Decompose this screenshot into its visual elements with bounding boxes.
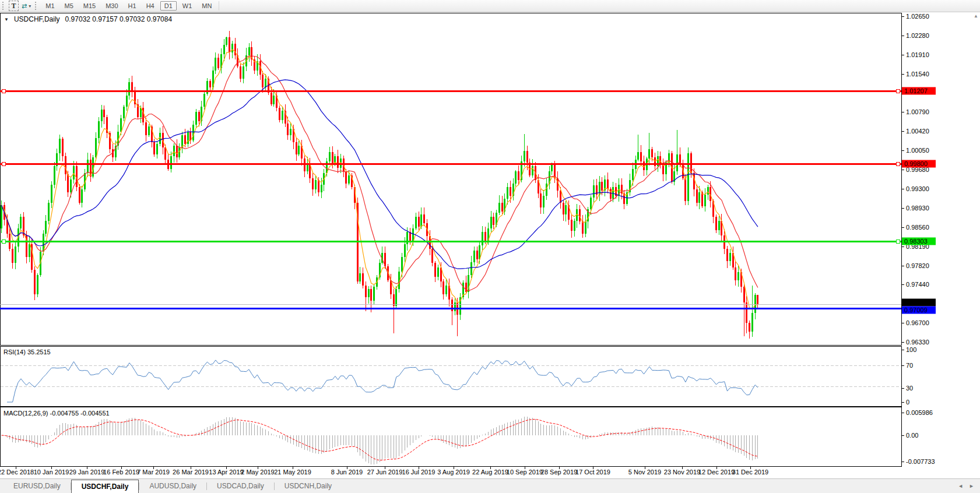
candle-up [223, 45, 225, 54]
candle-up [420, 214, 422, 227]
tab-usdcad-daily[interactable]: USDCAD,Daily [207, 480, 274, 493]
chart-symbol-period: USDCHF,Daily [14, 15, 60, 23]
candle-up [395, 289, 397, 306]
candle-down [271, 93, 272, 104]
horizontal-lines[interactable] [0, 90, 901, 309]
tab-usdchf-daily[interactable]: USDCHF,Daily [71, 480, 139, 493]
tab-scroll-right-icon[interactable]: ► [969, 483, 974, 489]
candle-down [176, 146, 178, 157]
candle-up [273, 96, 275, 104]
timeframe-button-d1[interactable]: D1 [160, 1, 177, 10]
collapse-triangle-icon[interactable]: ▼ [4, 17, 9, 22]
candle-down [304, 159, 305, 171]
candle-down [296, 142, 297, 154]
candle-down [234, 44, 236, 55]
candle-down [370, 289, 372, 301]
timeframe-button-m1[interactable]: M1 [41, 1, 58, 10]
chart-tabs: EURUSD,DailyUSDCHF,DailyAUDUSD,DailyUSDC… [3, 479, 342, 493]
candle-down [418, 217, 420, 227]
candle-up [648, 149, 650, 159]
candle-up [45, 221, 47, 234]
candle-up [243, 66, 244, 78]
candle-down [582, 221, 584, 233]
scroll-up-icon[interactable]: ▲ [974, 13, 978, 19]
candle-down [337, 156, 339, 168]
candle-down [65, 156, 66, 174]
candle-down [362, 273, 364, 285]
panel-frames [1, 13, 902, 467]
candle-up [1, 205, 2, 228]
hline-anchor [896, 163, 900, 166]
date-label: 2 May 2019 [241, 469, 274, 476]
candle-down [610, 189, 612, 199]
candle-down [640, 152, 642, 161]
candle-down [735, 267, 736, 280]
date-label: 3 Aug 2019 [437, 469, 470, 476]
candle-up [707, 187, 709, 195]
price-tick-label: 1.02280 [906, 32, 929, 39]
candle-down [145, 122, 147, 135]
candle-up [585, 221, 586, 233]
date-axis: 22 Dec 201810 Jan 201929 Jan 201916 Feb … [0, 467, 768, 476]
timeframe-button-h4[interactable]: H4 [142, 1, 159, 10]
candle-up [718, 221, 720, 230]
candle-down [62, 139, 64, 156]
toolbar-separator [219, 1, 219, 10]
candle-up [298, 146, 300, 154]
timeframe-button-m15[interactable]: M15 [79, 1, 100, 10]
timeframe-button-mn[interactable]: MN [198, 1, 216, 10]
candle-down [662, 165, 664, 174]
candle-down [103, 110, 105, 117]
price-tick-label: 0.96700 [906, 319, 929, 326]
candle-down [431, 249, 433, 263]
text-tool-button[interactable]: T [9, 1, 19, 11]
date-label: 26 Mar 2019 [173, 469, 209, 476]
date-label: 22 Aug 2019 [472, 469, 508, 476]
candle-down [746, 302, 747, 323]
double-arrow-icon: ⇄ [22, 2, 27, 10]
candle-up [203, 94, 205, 107]
arrange-windows-button[interactable]: ⇄ ▾ [20, 1, 33, 11]
toolbar-grip[interactable] [2, 2, 5, 10]
toolbar-grip[interactable] [35, 2, 38, 10]
candle-up [637, 152, 639, 159]
hline-anchor [2, 240, 5, 244]
candle-up [515, 171, 517, 183]
candle-up [81, 189, 83, 202]
candle-down [67, 174, 69, 192]
date-label: 28 Sep 2019 [541, 469, 577, 476]
candle-down [579, 209, 581, 221]
candle-up [51, 185, 52, 203]
price-axis: 1.026501.022801.019101.015401.007901.004… [901, 13, 936, 346]
candle-up [123, 107, 125, 118]
candle-up [348, 175, 350, 184]
tab-scroll-left-icon[interactable]: ◄ [958, 483, 963, 489]
candle-down [142, 108, 144, 122]
timeframe-button-h1[interactable]: H1 [124, 1, 140, 10]
chart-header: ▼ USDCHF,Daily 0.97032 0.97157 0.97032 0… [4, 15, 172, 23]
date-label: 10 Jan 2019 [34, 469, 69, 476]
candle-up [590, 198, 592, 209]
candle-down [540, 193, 542, 207]
candle-up [401, 257, 403, 272]
candle-down [229, 37, 230, 53]
candle-up [574, 221, 575, 231]
date-label: 27 Jun 2019 [367, 469, 403, 476]
candle-up [290, 129, 291, 136]
candle-down [684, 178, 686, 201]
tab-audusd-daily[interactable]: AUDUSD,Daily [139, 480, 206, 493]
timeframe-button-m30[interactable]: M30 [101, 1, 122, 10]
candle-down [240, 66, 241, 78]
hline-anchor [2, 163, 5, 166]
timeframe-button-w1[interactable]: W1 [178, 1, 196, 10]
timeframe-button-m5[interactable]: M5 [61, 1, 78, 10]
price-chart-canvas[interactable]: 1.026501.022801.019101.015401.007901.004… [0, 0, 980, 493]
tab-eurusd-daily[interactable]: EURUSD,Daily [3, 480, 71, 493]
candle-down [287, 124, 289, 135]
date-label: 22 Dec 2018 [0, 469, 34, 476]
candle-down [184, 135, 186, 144]
tab-usdcnh-daily[interactable]: USDCNH,Daily [275, 480, 342, 493]
candle-up [551, 165, 553, 172]
candle-down [312, 178, 314, 190]
candle-up [54, 166, 55, 184]
